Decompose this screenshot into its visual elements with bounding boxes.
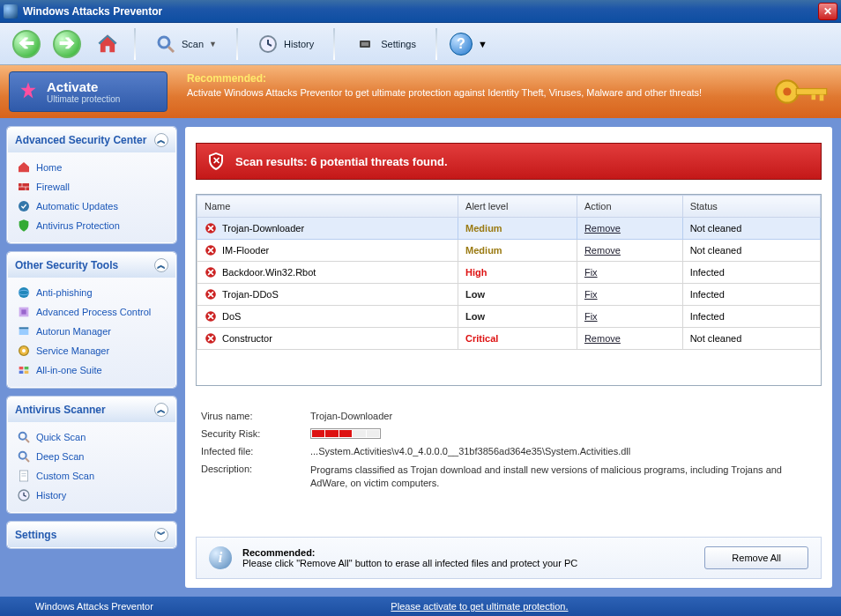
close-button[interactable]: ✕ [818, 3, 837, 20]
svg-rect-19 [19, 329, 29, 335]
threat-icon [205, 288, 217, 301]
table-row[interactable]: DoSLowFixInfected [197, 306, 821, 328]
action-link[interactable]: Fix [584, 289, 598, 300]
item-icon [17, 344, 31, 358]
home-button[interactable] [93, 30, 122, 58]
risk-meter [310, 428, 381, 439]
help-button[interactable]: ? [450, 33, 473, 56]
sidebar-item-label: Home [36, 162, 62, 173]
main-area: Advanced Security Center ︽ HomeFirewallA… [0, 118, 841, 597]
svg-point-14 [19, 201, 29, 212]
info-icon: i [209, 546, 232, 569]
sidebar: Advanced Security Center ︽ HomeFirewallA… [0, 118, 183, 597]
item-icon [17, 199, 31, 213]
sidebar-item[interactable]: Antivirus Protection [11, 216, 172, 235]
settings-label: Settings [381, 39, 416, 49]
panel-scanner: Antivirus Scanner ︽ Quick ScanDeep ScanC… [7, 397, 176, 513]
scan-menu[interactable]: Scan ▼ [148, 30, 224, 58]
results-header: ✕ Scan results: 6 potential threats foun… [196, 143, 822, 180]
item-icon [17, 219, 31, 233]
table-row[interactable]: ConstructorCriticalRemoveNot cleaned [197, 328, 821, 350]
scan-label: Scan [182, 39, 204, 49]
separator [435, 28, 437, 60]
sidebar-item[interactable]: Service Manager [11, 341, 172, 360]
sidebar-item[interactable]: Anti-phishing [11, 283, 172, 302]
status-activate-link[interactable]: Please activate to get ultimate protecti… [391, 601, 568, 612]
status-cell: Infected [682, 284, 820, 306]
svg-point-22 [22, 349, 26, 353]
risk-segment [339, 430, 352, 437]
sidebar-item[interactable]: Home [11, 158, 172, 177]
sidebar-item-label: Firewall [36, 182, 70, 192]
sidebar-item[interactable]: Custom Scan [11, 466, 172, 486]
sidebar-item[interactable]: Autorun Manager [11, 322, 172, 341]
svg-line-28 [26, 439, 29, 442]
svg-rect-26 [25, 371, 29, 374]
threat-icon [205, 332, 217, 345]
status-cell: Not cleaned [682, 328, 820, 350]
item-icon [17, 488, 31, 502]
app-icon [4, 4, 18, 19]
sidebar-item[interactable]: Quick Scan [11, 427, 172, 447]
label-description: Description: [201, 464, 307, 491]
back-button[interactable]: 🡨 [12, 30, 41, 58]
svg-line-1 [168, 47, 174, 52]
column-header[interactable]: Action [577, 196, 682, 218]
column-header[interactable]: Status [682, 196, 820, 218]
sidebar-item[interactable]: History [11, 486, 172, 505]
sidebar-item[interactable]: Advanced Process Control [11, 302, 172, 322]
svg-rect-8 [820, 94, 824, 100]
action-link[interactable]: Remove [584, 333, 621, 344]
sidebar-item-label: Advanced Process Control [36, 307, 151, 317]
svg-point-29 [19, 452, 26, 459]
action-link[interactable]: Remove [584, 223, 621, 234]
forward-button[interactable]: 🡪 [53, 30, 81, 58]
window-title: Windows Attacks Preventor [23, 5, 818, 18]
svg-rect-24 [25, 367, 29, 369]
sidebar-item[interactable]: Deep Scan [11, 447, 172, 466]
table-row[interactable]: Trojan-DownloaderMediumRemoveNot cleaned [197, 218, 821, 240]
history-button[interactable]: History [250, 30, 321, 58]
item-icon [17, 324, 31, 338]
item-icon [17, 363, 31, 377]
sidebar-item-label: Automatic Updates [36, 201, 118, 212]
threat-icon [205, 222, 217, 234]
status-bar: Windows Attacks Preventor Please activat… [0, 597, 841, 616]
remove-all-button[interactable]: Remove All [704, 546, 808, 569]
activate-button[interactable]: Activate Ultimate protection [9, 71, 167, 112]
threat-details: Virus name: Trojan-Downloader Security R… [196, 402, 822, 500]
status-cell: Infected [682, 262, 820, 284]
sidebar-item-label: History [36, 490, 66, 501]
title-bar: Windows Attacks Preventor ✕ [0, 0, 841, 23]
separator [134, 28, 136, 60]
panel-header-security[interactable]: Advanced Security Center ︽ [8, 128, 175, 152]
collapse-icon: ︽ [154, 403, 168, 417]
alert-level: Medium [458, 240, 577, 262]
settings-button[interactable]: Settings [347, 30, 423, 58]
panel-header-tools[interactable]: Other Security Tools ︽ [8, 253, 175, 278]
banner-heading: Recommended: [187, 72, 751, 86]
panel-settings: Settings ︾ [7, 522, 176, 548]
column-header[interactable]: Alert level [458, 196, 577, 218]
action-link[interactable]: Fix [584, 267, 598, 278]
sidebar-item[interactable]: Automatic Updates [11, 197, 172, 216]
status-app-name: Windows Attacks Preventor [35, 601, 153, 612]
svg-point-27 [19, 433, 26, 440]
banner-body: Activate Windows Attacks Preventor to ge… [187, 86, 751, 99]
collapse-icon: ︽ [154, 133, 168, 147]
table-row[interactable]: Trojan-DDoSLowFixInfected [197, 284, 821, 306]
svg-rect-4 [361, 42, 368, 46]
column-header[interactable]: Name [197, 196, 458, 218]
item-icon [17, 469, 31, 483]
risk-segment [325, 430, 338, 437]
sidebar-item[interactable]: All-in-one Suite [11, 360, 172, 380]
threats-table: NameAlert levelActionStatus Trojan-Downl… [196, 194, 822, 386]
sidebar-item[interactable]: Firewall [11, 177, 172, 197]
action-link[interactable]: Remove [584, 245, 621, 256]
table-row[interactable]: IM-FlooderMediumRemoveNot cleaned [197, 240, 821, 262]
panel-header-scanner[interactable]: Antivirus Scanner ︽ [8, 397, 175, 422]
action-link[interactable]: Fix [584, 311, 598, 322]
panel-header-settings[interactable]: Settings ︾ [8, 523, 175, 547]
value-virus-name: Trojan-Downloader [310, 411, 816, 421]
table-row[interactable]: Backdoor.Win32.RbotHighFixInfected [197, 262, 821, 284]
